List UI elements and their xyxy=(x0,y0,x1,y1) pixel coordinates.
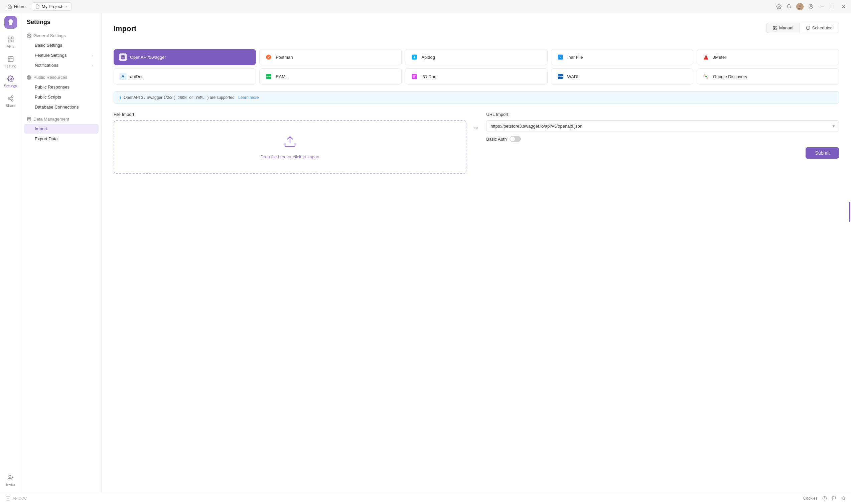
notifications-label: Notifications xyxy=(35,63,58,68)
import-type-wadl[interactable]: WADL WADL xyxy=(551,69,693,85)
home-tab[interactable]: Home xyxy=(4,3,29,10)
maximize-button[interactable]: □ xyxy=(829,4,835,10)
wadl-icon: WADL xyxy=(557,73,564,80)
scheduled-mode-button[interactable]: Scheduled xyxy=(800,23,839,33)
sidebar-item-import[interactable]: Import xyxy=(24,124,99,133)
url-import-section: URL Import ▼ Basic Auth Submit xyxy=(486,112,839,159)
close-button[interactable]: ✕ xyxy=(840,3,847,10)
public-resources-group[interactable]: Public Resources xyxy=(21,73,101,82)
import-type-google-discovery[interactable]: Google Discovery xyxy=(697,69,839,85)
apidoc-logo-text: APIDOC xyxy=(13,496,27,500)
submit-row: Submit xyxy=(486,147,839,159)
yaml-badge: YAML xyxy=(194,95,207,100)
sidebar-item-share[interactable]: Share xyxy=(2,92,19,110)
svg-text:.har: .har xyxy=(558,56,562,58)
pin-icon[interactable] xyxy=(808,4,814,10)
home-tab-label: Home xyxy=(14,4,26,9)
info-icon: ℹ xyxy=(119,95,121,100)
export-data-label: Export Data xyxy=(35,136,58,141)
import-type-har[interactable]: .har .har File xyxy=(551,49,693,65)
openapi-icon xyxy=(119,53,127,61)
basic-auth-label: Basic Auth xyxy=(486,137,507,142)
import-type-raml[interactable]: RAML RAML xyxy=(259,69,402,85)
project-tab[interactable]: My Project × xyxy=(32,2,71,11)
google-discovery-icon xyxy=(702,73,710,80)
import-row: File Import Drop file here or click to i… xyxy=(113,112,839,174)
titlebar-left: Home My Project × xyxy=(4,2,71,11)
svg-text:RAML: RAML xyxy=(266,75,272,77)
data-management-label: Data Management xyxy=(33,116,69,122)
public-responses-label: Public Responses xyxy=(35,85,70,90)
database-connections-label: Database Connections xyxy=(35,105,79,110)
sidebar-item-apis[interactable]: APIs xyxy=(2,33,19,51)
apidog-label: Apidog xyxy=(421,55,435,60)
import-type-apidoc[interactable]: A apiDoc xyxy=(113,69,256,85)
import-type-jmeter[interactable]: JMeter xyxy=(697,49,839,65)
file-drop-zone[interactable]: Drop file here or click to import xyxy=(113,120,466,174)
sidebar-item-public-scripts[interactable]: Public Scripts xyxy=(24,92,99,102)
apidoc-logo-icon xyxy=(5,496,11,501)
svg-point-2 xyxy=(798,7,801,9)
feature-settings-arrow: › xyxy=(92,53,93,57)
json-badge: JSON xyxy=(176,95,189,100)
info-text: OpenAPI 3 / Swagger 1/2/3 ( JSON or YAML… xyxy=(124,95,235,100)
star-icon[interactable] xyxy=(841,496,846,501)
sidebar-item-testing[interactable]: Testing xyxy=(2,52,19,71)
cookies-link[interactable]: Cookies xyxy=(803,496,818,501)
file-import-section: File Import Drop file here or click to i… xyxy=(113,112,466,174)
sidebar-item-notifications[interactable]: Notifications › xyxy=(24,60,99,70)
openapi-label: OpenAPI/Swagger xyxy=(130,55,166,60)
basic-settings-label: Basic Settings xyxy=(35,43,62,48)
app-body: APIs Testing Settings Share Invite xyxy=(0,13,851,492)
gear-icon[interactable] xyxy=(776,4,781,10)
flag-icon[interactable] xyxy=(832,496,836,501)
learn-more-link[interactable]: Learn more xyxy=(238,95,259,100)
import-type-openapi[interactable]: OpenAPI/Swagger xyxy=(113,49,256,65)
testing-icon xyxy=(7,55,15,63)
sidebar-item-basic-settings[interactable]: Basic Settings xyxy=(24,40,99,50)
gear-small-icon xyxy=(27,33,31,38)
avatar[interactable] xyxy=(796,3,803,10)
submit-button[interactable]: Submit xyxy=(805,147,839,159)
manual-icon xyxy=(773,26,777,30)
import-type-iodoc[interactable]: I/O Doc xyxy=(405,69,547,85)
manual-mode-button[interactable]: Manual xyxy=(766,23,800,33)
basic-auth-row: Basic Auth xyxy=(486,136,839,142)
drop-zone-text: Drop file here or click to import xyxy=(261,154,319,159)
import-type-apidog[interactable]: Apidog xyxy=(405,49,547,65)
svg-point-10 xyxy=(8,98,10,100)
url-input[interactable] xyxy=(486,120,839,132)
apis-icon xyxy=(7,35,15,43)
sidebar-item-export-data[interactable]: Export Data xyxy=(24,134,99,144)
sidebar-item-settings[interactable]: Settings xyxy=(2,72,19,91)
apidoc-label: apiDoc xyxy=(130,74,143,79)
data-management-group[interactable]: Data Management xyxy=(21,114,101,124)
file-import-label: File Import xyxy=(113,112,466,117)
svg-point-11 xyxy=(11,100,13,101)
svg-point-0 xyxy=(778,6,780,7)
info-bar: ℹ OpenAPI 3 / Swagger 1/2/3 ( JSON or YA… xyxy=(113,91,839,104)
sidebar-item-feature-settings[interactable]: Feature Settings › xyxy=(24,50,99,60)
invite-label: Invite xyxy=(6,483,15,487)
import-type-postman[interactable]: Postman xyxy=(259,49,402,65)
svg-text:WADL: WADL xyxy=(558,75,563,77)
sidebar-item-database-connections[interactable]: Database Connections xyxy=(24,102,99,112)
wadl-label: WADL xyxy=(567,74,580,79)
apis-label: APIs xyxy=(7,44,14,49)
general-settings-group[interactable]: General Settings xyxy=(21,31,101,40)
notifications-arrow: › xyxy=(92,64,93,68)
project-tab-close[interactable]: × xyxy=(66,5,68,9)
sidebar-item-invite[interactable]: Invite xyxy=(2,471,19,489)
bell-icon[interactable] xyxy=(786,4,792,10)
minimize-button[interactable]: ─ xyxy=(818,4,825,10)
basic-auth-toggle[interactable] xyxy=(510,136,521,142)
page-header: Import Manual Scheduled xyxy=(113,23,839,41)
bottom-bar-logo: APIDOC xyxy=(5,496,27,501)
postman-label: Postman xyxy=(276,55,293,60)
manual-mode-label: Manual xyxy=(779,25,794,30)
file-icon xyxy=(35,4,40,9)
help-icon[interactable] xyxy=(822,496,827,501)
svg-rect-4 xyxy=(8,37,10,39)
jmeter-label: JMeter xyxy=(713,55,726,60)
sidebar-item-public-responses[interactable]: Public Responses xyxy=(24,82,99,92)
